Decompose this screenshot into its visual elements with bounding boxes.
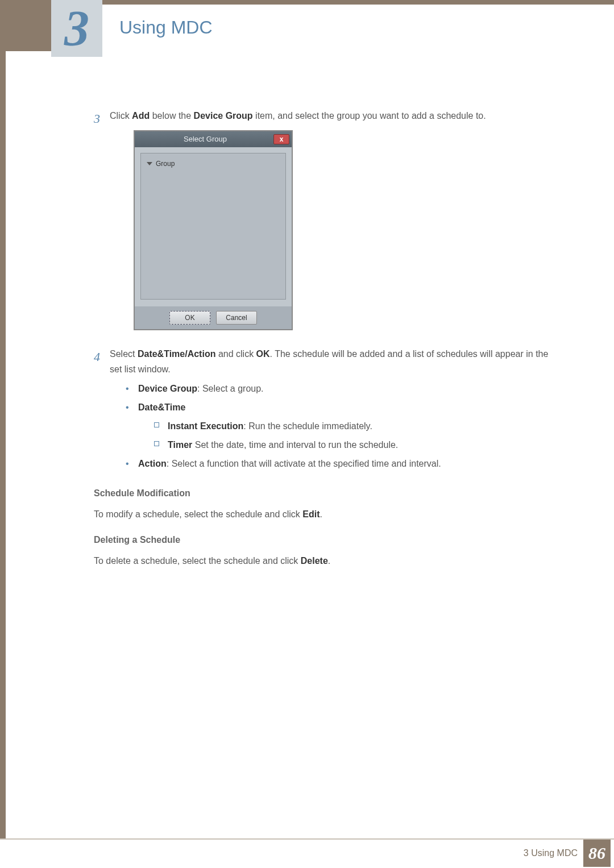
step-body: Select Date&Time/Action and click OK. Th… [110, 346, 554, 475]
tree-root-label: Group [156, 158, 175, 169]
step4-text-pre: Select [110, 349, 138, 359]
footer-chapter-title: Using MDC [531, 848, 578, 858]
page-footer: 3 Using MDC 86 [0, 838, 614, 868]
datetime-label: Date&Time [138, 402, 185, 412]
content-area: 3 Click Add below the Device Group item,… [94, 108, 554, 568]
list-item: Date&Time Instant Execution: Run the sch… [126, 400, 554, 453]
page-number: 86 [583, 840, 611, 867]
step-number: 4 [94, 346, 110, 475]
instant-exec-text: : Run the schedule immediately. [243, 421, 372, 431]
sm-pre: To modify a schedule, select the schedul… [94, 509, 302, 519]
step3-text-mid: below the [150, 111, 193, 121]
list-item: Device Group: Select a group. [126, 381, 554, 396]
list-item: Action: Select a function that will acti… [126, 456, 554, 471]
step4-text-mid: and click [215, 349, 256, 359]
ds-delete: Delete [301, 556, 328, 566]
expand-icon[interactable] [147, 162, 152, 165]
action-text: : Select a function that will activate a… [167, 459, 441, 468]
sm-edit: Edit [302, 509, 320, 519]
chapter-badge: 3 [51, 0, 102, 57]
group-tree[interactable]: Group [140, 153, 286, 300]
step-number: 3 [94, 108, 110, 340]
dialog-body: Group [135, 147, 292, 306]
step-3: 3 Click Add below the Device Group item,… [94, 108, 554, 340]
list-item: Instant Execution: Run the schedule imme… [154, 418, 554, 434]
dialog-footer: OK Cancel [135, 306, 292, 329]
footer-rule [0, 838, 614, 840]
timer-label: Timer [168, 440, 192, 450]
step3-text-post: item, and select the group you want to a… [253, 111, 486, 121]
chapter-title: Using MDC [119, 17, 213, 38]
device-group-text: : Select a group. [197, 384, 264, 393]
deleting-schedule-head: Deleting a Schedule [94, 532, 554, 547]
step3-text-pre: Click [110, 111, 132, 121]
sm-post: . [320, 509, 322, 519]
step4-ok: OK [256, 349, 270, 359]
step4-dta: Date&Time/Action [138, 349, 216, 359]
step3-add: Add [132, 111, 150, 121]
chapter-number: 3 [64, 3, 89, 53]
schedule-modification-head: Schedule Modification [94, 485, 554, 501]
footer-label: 3 Using MDC [524, 848, 583, 858]
ds-post: . [328, 556, 330, 566]
options-list: Device Group: Select a group. Date&Time … [110, 381, 554, 472]
timer-text: Set the date, time and interval to run t… [192, 440, 398, 450]
footer-chapter-num: 3 [524, 848, 531, 858]
list-item: Timer Set the date, time and interval to… [154, 437, 554, 452]
dialog-titlebar: Select Group x [135, 131, 292, 147]
cancel-button[interactable]: Cancel [216, 311, 257, 325]
instant-exec-label: Instant Execution [168, 421, 243, 431]
close-button[interactable]: x [273, 134, 289, 144]
sub-list: Instant Execution: Run the schedule imme… [138, 418, 554, 452]
step-4: 4 Select Date&Time/Action and click OK. … [94, 346, 554, 475]
dialog-title: Select Group [137, 133, 273, 146]
device-group-label: Device Group [138, 384, 197, 393]
step3-device-group: Device Group [194, 111, 253, 121]
select-group-dialog: Select Group x Group OK Cancel [134, 130, 293, 330]
action-label: Action [138, 459, 167, 468]
ok-button[interactable]: OK [169, 311, 210, 325]
deleting-schedule-text: To delete a schedule, select the schedul… [94, 553, 554, 568]
schedule-modification-text: To modify a schedule, select the schedul… [94, 506, 554, 522]
left-stripe [0, 0, 6, 868]
step-body: Click Add below the Device Group item, a… [110, 108, 554, 340]
tree-root-item[interactable]: Group [147, 158, 280, 169]
ds-pre: To delete a schedule, select the schedul… [94, 556, 301, 566]
